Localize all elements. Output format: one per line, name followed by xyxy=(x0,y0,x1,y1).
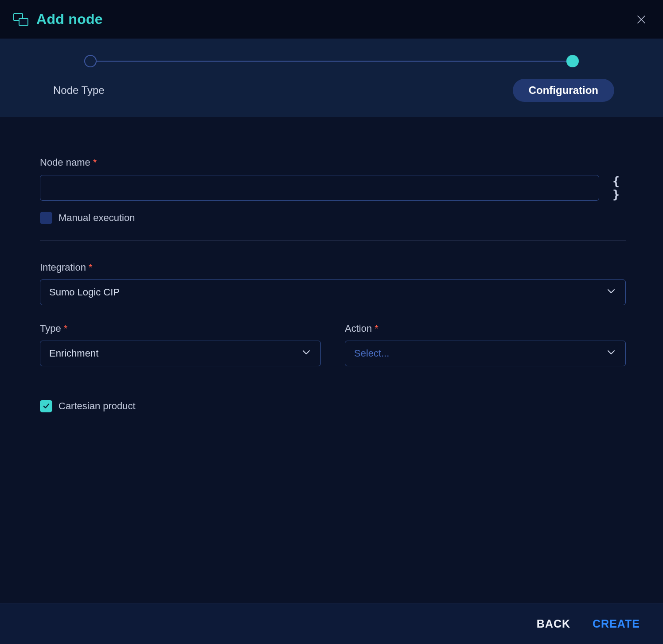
required-marker: * xyxy=(64,323,68,334)
close-icon xyxy=(636,14,647,25)
type-label-text: Type xyxy=(40,323,61,334)
stepper-track xyxy=(84,55,579,67)
create-button[interactable]: CREATE xyxy=(593,617,640,630)
close-button[interactable] xyxy=(635,13,648,26)
integration-label: Integration * xyxy=(40,262,636,273)
node-name-label-text: Node name xyxy=(40,157,90,168)
integration-label-text: Integration xyxy=(40,262,86,273)
type-select-value: Enrichment xyxy=(49,348,98,359)
cartesian-product-row: Cartesian product xyxy=(40,400,636,412)
required-marker: * xyxy=(374,323,378,334)
back-button[interactable]: BACK xyxy=(537,617,570,630)
action-select-placeholder: Select... xyxy=(354,348,389,359)
integration-select[interactable]: Sumo Logic CIP xyxy=(40,279,626,305)
step-dot-node-type[interactable] xyxy=(84,55,97,67)
section-divider xyxy=(40,240,626,241)
action-label-text: Action xyxy=(345,323,372,334)
chevron-down-icon xyxy=(606,347,616,360)
required-marker: * xyxy=(89,262,93,273)
integration-select-value: Sumo Logic CIP xyxy=(49,287,120,298)
action-select[interactable]: Select... xyxy=(345,341,626,366)
dialog-header: Add node xyxy=(0,0,663,39)
chevron-down-icon xyxy=(301,347,312,360)
svg-rect-1 xyxy=(19,19,28,25)
node-name-input[interactable] xyxy=(40,175,599,201)
required-marker: * xyxy=(93,157,97,168)
stepper: Node Type Configuration xyxy=(0,39,663,117)
node-name-label: Node name * xyxy=(40,157,636,168)
dialog-footer: BACK CREATE xyxy=(0,603,663,644)
type-label: Type * xyxy=(40,323,321,334)
type-select[interactable]: Enrichment xyxy=(40,341,321,366)
action-label: Action * xyxy=(345,323,626,334)
header-left: Add node xyxy=(13,11,103,27)
step-label-configuration[interactable]: Configuration xyxy=(513,79,614,102)
dialog-title: Add node xyxy=(36,11,103,27)
step-dot-configuration[interactable] xyxy=(566,55,579,67)
manual-execution-label: Manual execution xyxy=(58,212,135,224)
stepper-line xyxy=(90,61,573,62)
manual-execution-checkbox[interactable] xyxy=(40,212,52,224)
step-label-node-type[interactable]: Node Type xyxy=(53,84,105,97)
nodes-icon xyxy=(13,13,28,26)
form-area: Node name * { } Manual execution Integra… xyxy=(0,117,663,412)
cartesian-product-label: Cartesian product xyxy=(58,400,136,412)
stepper-labels: Node Type Configuration xyxy=(84,79,579,102)
manual-execution-row: Manual execution xyxy=(40,212,636,224)
cartesian-product-checkbox[interactable] xyxy=(40,400,52,412)
check-icon xyxy=(42,402,50,410)
chevron-down-icon xyxy=(606,286,616,299)
braces-icon[interactable]: { } xyxy=(608,175,623,201)
